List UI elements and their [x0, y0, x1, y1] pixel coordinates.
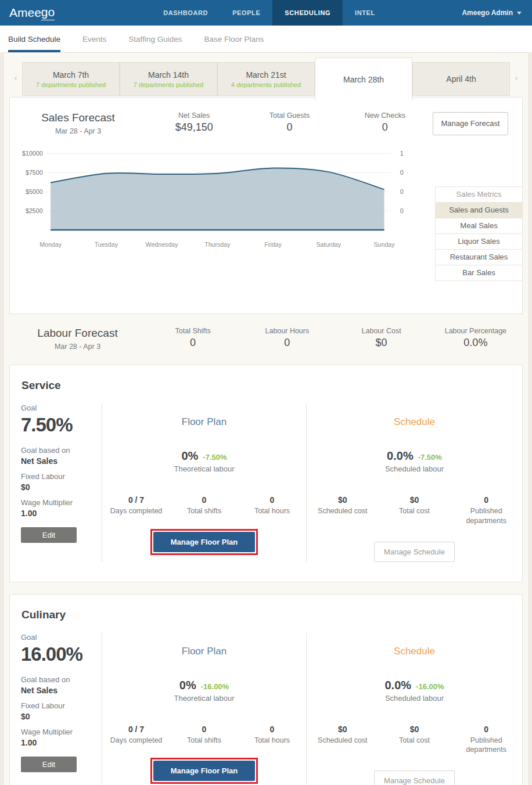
department-goal-column: Goal 16.00% Goal based on Net Sales Fixe… — [10, 633, 102, 785]
stat-value: 0 — [337, 121, 433, 134]
nav-item[interactable]: DASHBOARD — [151, 0, 220, 26]
theoretical-labour-label: Theoretical labour — [174, 464, 234, 473]
stat-label: Total cost — [388, 506, 441, 516]
sales-forecast-date-range: Mar 28 - Apr 3 — [10, 127, 146, 135]
theoretical-labour-delta: -7.50% — [203, 453, 227, 462]
stat-value: $0 — [307, 495, 379, 505]
fixed-labour-value: $0 — [21, 482, 102, 492]
stat-label: New Checks — [337, 111, 433, 120]
stat-value: 0.0% — [429, 337, 523, 349]
x-axis-label: Wednesday — [146, 241, 179, 248]
x-axis-label: Sunday — [374, 241, 396, 248]
week-tabs: March 7th 7 departments published March … — [22, 57, 510, 100]
sales-menu-item[interactable]: Restaurant Sales — [436, 250, 522, 265]
stat-label: Total hours — [246, 736, 299, 746]
stat-label: Labour Percentage — [429, 327, 523, 335]
scheduled-labour-percent: 0.0% — [387, 449, 414, 463]
week-tab-label: March 7th — [53, 70, 89, 80]
week-selector: ‹ March 7th 7 departments published Marc… — [3, 53, 529, 100]
department-card: Culinary Goal 16.00% Goal based on Net S… — [9, 594, 523, 785]
floor-plan-stat: 0 / 7 Days completed — [102, 725, 170, 746]
edit-goal-button[interactable]: Edit — [21, 757, 77, 772]
stat-value: $49,150 — [146, 121, 242, 134]
schedule-stat: $0 Total cost — [379, 495, 451, 526]
manage-schedule-button[interactable]: Manage Schedule — [374, 542, 455, 562]
week-tab[interactable]: March 28th — [315, 57, 412, 100]
manage-schedule-button[interactable]: Manage Schedule — [374, 770, 455, 785]
manage-floor-plan-button[interactable]: Manage Floor Plan — [153, 532, 256, 552]
sales-menu-item[interactable]: Liquor Sales — [436, 234, 522, 250]
stat-label: Total shifts — [178, 736, 231, 746]
sales-menu-item[interactable]: Sales and Guests — [436, 203, 522, 218]
highlight-annotation-box: Manage Floor Plan — [150, 529, 258, 555]
scheduled-labour-delta: -16.00% — [416, 682, 444, 691]
stat-label: Days completed — [110, 736, 163, 746]
subnav-tab[interactable]: Base Floor Plans — [204, 26, 264, 52]
sales-menu-item[interactable]: Meal Sales — [436, 218, 522, 234]
week-tab[interactable]: March 14th 7 departments published — [120, 62, 217, 96]
stat-value: $0 — [379, 495, 451, 505]
wage-multiplier-value: 1.00 — [21, 738, 102, 747]
sales-forecast-stat: Net Sales $49,150 — [146, 111, 242, 135]
floor-plan-stat: 0 / 7 Days completed — [102, 495, 170, 516]
goal-based-on-label: Goal based on — [21, 675, 102, 684]
user-menu[interactable]: Ameego Admin — [451, 0, 532, 26]
ameego-logo[interactable]: Ameego — [0, 0, 64, 26]
x-axis-label: Monday — [39, 241, 62, 248]
schedule-stat: $0 Scheduled cost — [307, 495, 379, 526]
nav-item[interactable]: PEOPLE — [220, 0, 272, 26]
week-tab[interactable]: March 21st 4 departments published — [217, 62, 315, 96]
sales-forecast-header: Sales Forecast Mar 28 - Apr 3 Net Sales … — [10, 98, 522, 136]
labour-forecast-stat: Labour Percentage 0.0% — [429, 327, 523, 351]
schedule-column: Schedule 0.0% -16.00% Scheduled labour $… — [306, 633, 522, 785]
wage-multiplier-value: 1.00 — [21, 509, 102, 518]
sales-chart: $100001$75000$50000$25000MondayTuesdayWe… — [18, 146, 428, 253]
x-axis-label: Friday — [264, 241, 282, 248]
labour-forecast-date-range: Mar 28 - Apr 3 — [9, 343, 146, 351]
scheduled-labour-label: Scheduled labour — [385, 464, 444, 473]
goal-label: Goal — [21, 633, 102, 642]
week-tab-label: April 4th — [446, 74, 476, 84]
sales-metrics-menu: Sales Metrics Sales and Guests Meal Sale… — [435, 186, 522, 281]
stat-label: Total Guests — [242, 111, 337, 120]
edit-goal-button[interactable]: Edit — [21, 527, 77, 543]
fixed-labour-label: Fixed Labour — [21, 701, 102, 710]
sales-chart-svg: $100001$75000$50000$25000MondayTuesdayWe… — [18, 146, 428, 253]
floor-plan-stat: 0 Total shifts — [170, 725, 238, 746]
labour-forecast-stat: Labour Hours 0 — [240, 327, 334, 351]
wage-multiplier-label: Wage Multiplier — [21, 498, 102, 507]
sales-forecast-stat: New Checks 0 — [337, 111, 433, 135]
stat-label: Days completed — [110, 506, 163, 516]
y-axis-tick-label: $7500 — [26, 169, 43, 176]
floor-plan-stat: 0 Total hours — [238, 725, 306, 746]
next-week-arrow-icon[interactable]: › — [510, 57, 523, 82]
department-name: Culinary — [10, 595, 522, 633]
subnav-tab[interactable]: Staffing Guides — [128, 26, 182, 52]
sales-menu-item[interactable]: Bar Sales — [436, 265, 522, 281]
stat-label: Total Shifts — [146, 327, 240, 335]
manage-floor-plan-button[interactable]: Manage Floor Plan — [153, 761, 256, 781]
week-tab[interactable]: March 7th 7 departments published — [22, 62, 120, 96]
week-tab[interactable]: April 4th — [412, 62, 510, 96]
wage-multiplier-label: Wage Multiplier — [21, 728, 102, 736]
department-name: Service — [10, 365, 522, 404]
nav-item[interactable]: INTEL — [343, 0, 387, 26]
schedule-stat: $0 Total cost — [379, 725, 451, 755]
manage-forecast-button[interactable]: Manage Forecast — [433, 112, 508, 135]
stat-label: Total hours — [246, 506, 299, 516]
stat-value: 0 — [146, 337, 240, 349]
floor-plan-title: Floor Plan — [182, 646, 227, 657]
y-axis-tick-label: $10000 — [22, 150, 43, 157]
week-tab-label: March 21st — [246, 70, 286, 80]
week-tab-status: 7 departments published — [134, 81, 203, 88]
nav-item[interactable]: SCHEDULING — [272, 0, 343, 26]
schedule-stat: $0 Scheduled cost — [307, 725, 379, 755]
labour-forecast-title: Labour Forecast — [9, 327, 146, 340]
subnav-tab[interactable]: Events — [82, 26, 106, 52]
subnav-tab[interactable]: Build Schedule — [8, 26, 60, 52]
right-axis-tick-label: 0 — [400, 188, 404, 195]
theoretical-labour-label: Theoretical labour — [174, 694, 234, 703]
stat-label: Published departments — [459, 736, 513, 755]
sales-metrics-header: Sales Metrics — [436, 187, 522, 203]
prev-week-arrow-icon[interactable]: ‹ — [9, 57, 22, 82]
